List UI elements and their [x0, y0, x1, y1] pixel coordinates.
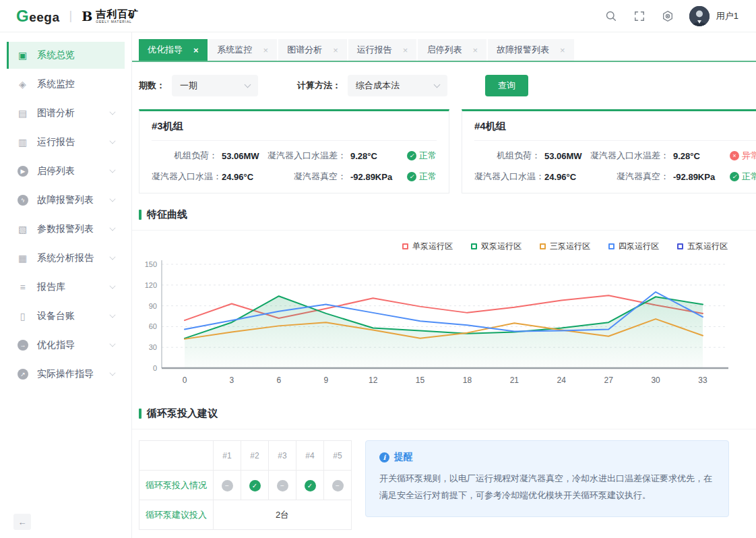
method-select[interactable]: 综合成本法	[348, 75, 447, 96]
geely-logo-cn: 吉利百矿	[96, 9, 139, 19]
pump-table: #1#2#3#4#5循环泵投入情况−✓−✓−循环泵建议投入2台	[139, 440, 352, 530]
sidebar-item-2[interactable]: ◈系统监控	[9, 71, 125, 98]
tab-2[interactable]: 系统监控×	[209, 39, 278, 61]
geega-logo-g: G	[16, 7, 29, 25]
sidebar-item-8[interactable]: ▦系统分析报告	[9, 245, 125, 272]
legend-label: 五泵运行区	[687, 241, 728, 252]
status-badge: ✓正常	[403, 171, 437, 183]
close-icon[interactable]: ×	[472, 45, 478, 55]
settings-gear-icon[interactable]	[661, 9, 674, 23]
legend-item-3[interactable]: 三泵运行区	[540, 241, 590, 252]
document-icon: ▥	[17, 137, 28, 148]
library-icon: ≡	[17, 282, 28, 293]
metric-value: -92.89KPa	[669, 172, 726, 182]
legend-marker	[608, 243, 615, 249]
sidebar-item-12[interactable]: ↗实际操作指导	[9, 361, 125, 388]
close-icon[interactable]: ×	[403, 45, 408, 55]
close-icon[interactable]: ×	[333, 45, 338, 55]
curve-chart-svg: 030609012015003691215182124273033	[139, 256, 728, 390]
sidebar-item-6[interactable]: ϟ故障报警列表	[9, 187, 125, 214]
legend-item-5[interactable]: 五泵运行区	[677, 241, 728, 252]
tab-3[interactable]: 图谱分析×	[278, 39, 347, 61]
chevron-down-icon	[109, 138, 115, 144]
svg-text:12: 12	[369, 376, 378, 385]
sidebar-item-label: 设备台账	[37, 310, 110, 322]
chevron-down-icon	[245, 82, 251, 88]
search-icon[interactable]	[604, 9, 618, 23]
metric-value: -92.89KPa	[346, 172, 403, 182]
pump-column-header: #3	[269, 441, 296, 471]
metric-value: 24.96°C	[218, 172, 267, 182]
chevron-down-icon	[109, 196, 115, 202]
sidebar-collapse-button[interactable]: ←	[13, 514, 31, 530]
sidebar-item-label: 实际操作指导	[37, 368, 110, 380]
reminder-box: i 提醒 开关循环泵规则，以电厂运行规程对凝汽器真空，冷却水进出口温差保证要求优…	[365, 440, 729, 517]
legend-marker	[402, 243, 408, 249]
pump-state-cell: ✓	[241, 471, 269, 500]
pump-state-cell: −	[324, 471, 352, 500]
geely-logo-mark: B	[82, 9, 92, 24]
svg-text:30: 30	[651, 376, 660, 385]
close-icon[interactable]: ×	[193, 45, 199, 55]
unit-card-3: #3机组 机组负荷： 53.06MW 凝汽器入口水温差： 9.28°C ✓正常 …	[139, 109, 449, 193]
geely-logo-en: GEELY MATERIAL	[96, 20, 139, 24]
tab-6[interactable]: 故障报警列表×	[488, 39, 574, 61]
chevron-down-icon	[109, 225, 115, 231]
pump-state-cell: −	[214, 471, 241, 500]
legend-item-4[interactable]: 四泵运行区	[608, 241, 659, 252]
sidebar-item-7[interactable]: ▧参数报警列表	[9, 216, 125, 243]
legend-label: 单泵运行区	[412, 241, 453, 252]
svg-text:9: 9	[323, 376, 328, 385]
pump-column-header: #2	[241, 441, 269, 471]
reminder-title: 提醒	[394, 451, 413, 463]
legend-item-1[interactable]: 单泵运行区	[402, 241, 453, 252]
curve-chart: 030609012015003691215182124273033	[132, 255, 756, 392]
user-name[interactable]: 用户1	[716, 10, 738, 22]
layers-icon: ▤	[17, 108, 28, 119]
sidebar-item-label: 图谱分析	[37, 107, 110, 119]
chevron-down-icon	[109, 282, 115, 289]
sidebar-item-1[interactable]: ▣系统总览	[9, 42, 125, 69]
tab-label: 图谱分析	[287, 44, 322, 56]
metric-value: 53.06MW	[540, 151, 590, 161]
svg-text:21: 21	[510, 376, 519, 385]
svg-text:27: 27	[604, 376, 614, 385]
status-icon: ✓	[407, 172, 416, 181]
close-icon[interactable]: ×	[560, 45, 565, 55]
close-icon[interactable]: ×	[263, 45, 269, 55]
metric-label: 凝汽器入口水温差：	[267, 150, 346, 162]
status-icon: ✓	[407, 151, 416, 160]
legend-item-2[interactable]: 双泵运行区	[471, 241, 522, 252]
sidebar-item-label: 系统监控	[37, 78, 119, 90]
tab-4[interactable]: 运行报告×	[348, 39, 417, 61]
check-circle-icon: ✓	[305, 480, 316, 491]
grid-report-icon: ▦	[17, 253, 28, 264]
svg-text:3: 3	[230, 376, 234, 385]
play-circle-icon: ▶	[18, 166, 28, 177]
pump-row-label: 循环泵建议投入	[139, 500, 214, 530]
sidebar-item-label: 系统总览	[37, 49, 119, 61]
svg-text:0: 0	[153, 364, 157, 372]
query-button[interactable]: 查询	[485, 75, 528, 96]
sidebar-item-5[interactable]: ▶启停列表	[9, 158, 125, 185]
pump-column-header: #4	[296, 441, 324, 471]
tab-1[interactable]: 优化指导×	[139, 39, 208, 61]
user-avatar[interactable]	[689, 6, 710, 26]
svg-text:30: 30	[149, 343, 157, 351]
sidebar-item-3[interactable]: ▤图谱分析	[9, 100, 125, 127]
svg-text:60: 60	[149, 322, 157, 330]
tab-5[interactable]: 启停列表×	[418, 39, 486, 61]
sidebar-item-4[interactable]: ▥运行报告	[9, 129, 125, 156]
sidebar-item-10[interactable]: ▯设备台账	[9, 303, 125, 330]
fullscreen-icon[interactable]	[633, 9, 646, 23]
sidebar-item-9[interactable]: ≡报告库	[9, 274, 125, 301]
brand-divider: |	[69, 9, 72, 23]
pump-column-header: #1	[214, 441, 241, 471]
minus-circle-icon: −	[277, 480, 288, 491]
unit-cards: #3机组 机组负荷： 53.06MW 凝汽器入口水温差： 9.28°C ✓正常 …	[132, 109, 756, 193]
svg-text:24: 24	[557, 376, 567, 385]
period-select[interactable]: 一期	[172, 75, 258, 96]
tab-label: 运行报告	[357, 44, 392, 56]
sidebar-item-11[interactable]: →优化指导	[9, 332, 125, 359]
svg-text:15: 15	[416, 376, 425, 385]
